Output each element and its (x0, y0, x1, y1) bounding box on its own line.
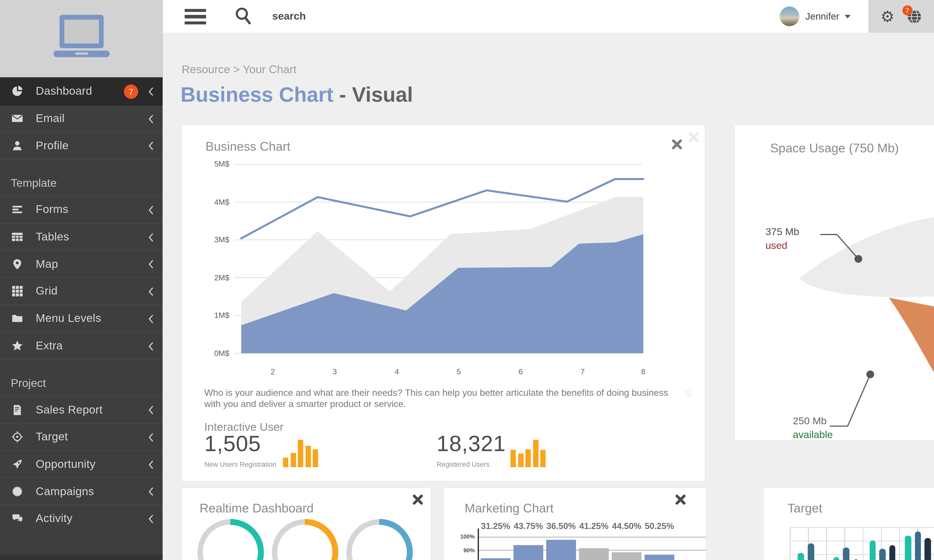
sidebar-item-label: Target (36, 430, 68, 443)
x-axis-tick: 4 (390, 367, 404, 376)
spark-bar (298, 440, 303, 467)
x-axis-tick: 3 (327, 367, 342, 376)
y-axis-tick: 1M$ (198, 311, 230, 320)
gear-icon[interactable]: ⚙ (880, 9, 894, 24)
target-bar (879, 549, 886, 560)
sidebar-item-extra[interactable]: Extra (0, 332, 163, 359)
x-axis-tick: 6 (514, 367, 528, 376)
bar-value-label: 31.25% (479, 521, 513, 531)
page-title: Business Chart - Visual (181, 83, 413, 106)
chevron-left-icon (148, 232, 154, 245)
topbar: Jennifer ⚙ 7 (163, 0, 934, 33)
available-label: 250 Mbavailable (793, 414, 833, 440)
sidebar-item-forms[interactable]: Forms (0, 196, 163, 223)
sidebar-item-label: Dashboard (36, 85, 92, 98)
chat-icon (11, 513, 23, 525)
sidebar-footer-strip (0, 555, 163, 560)
sidebar-item-tables[interactable]: Tables (0, 223, 163, 250)
sidebar-item-label: Map (36, 257, 58, 271)
search-icon[interactable] (234, 6, 252, 26)
stat-value: 18,321 (437, 431, 506, 457)
search-input[interactable] (271, 9, 452, 23)
bar-value-label: 36.50% (544, 521, 578, 531)
pie-slice-available (889, 298, 934, 373)
spark-bar (283, 458, 288, 467)
sidebar-item-dashboard[interactable]: Dashboard7 (0, 77, 163, 105)
chart-description: Who is your audience and what are their … (204, 387, 681, 409)
target-bar (869, 540, 875, 560)
sidebar-item-map[interactable]: Map (0, 250, 163, 278)
rocket-icon (11, 458, 23, 470)
used-label: 375 Mbused (766, 225, 799, 252)
stat-label: New Users Registration (204, 461, 276, 468)
table-icon (11, 231, 23, 243)
sidebar-section-template: Template (0, 159, 163, 196)
user-name: Jennifer (805, 11, 839, 22)
close-icon[interactable] (672, 139, 682, 150)
sidebar-item-label: Profile (36, 139, 69, 152)
globe-icon[interactable]: 7 (906, 9, 922, 24)
x-axis-tick: 8 (636, 367, 650, 376)
realtime-dashboard-card: Realtime Dashboard (182, 488, 431, 560)
sidebar-item-label: Menu Levels (36, 312, 101, 325)
x-axis-tick: 5 (452, 367, 466, 376)
target-bar (925, 538, 931, 560)
y-axis-tick: 2M$ (198, 273, 230, 282)
folder-icon (11, 312, 23, 325)
hamburger-menu-icon[interactable] (185, 9, 206, 24)
sidebar-item-email[interactable]: Email (0, 105, 163, 132)
spark-bar (313, 449, 318, 467)
chevron-left-icon (148, 287, 154, 299)
sidebar-item-target[interactable]: Target (0, 423, 163, 451)
map-pin-icon (11, 258, 23, 270)
space-usage-card: Space Usage (750 Mb) 375 Mbused 250 Mbav… (735, 125, 934, 440)
y-axis-tick: 0M$ (198, 348, 230, 357)
sidebar-badge: 7 (124, 85, 138, 98)
sidebar-item-menu-levels[interactable]: Menu Levels (0, 305, 163, 332)
star-icon (11, 340, 23, 352)
spark-bar (518, 454, 523, 467)
target-bar (889, 545, 895, 560)
chevron-left-icon (148, 114, 154, 126)
grid-icon (11, 285, 23, 297)
chevron-left-icon (148, 460, 154, 472)
marketing-bar (481, 558, 511, 560)
y-axis-tick: 4M$ (198, 197, 230, 206)
target-bar (915, 531, 921, 560)
chevron-left-icon (148, 514, 154, 526)
stat-value: 1,505 (204, 431, 261, 457)
avatar (780, 6, 799, 26)
chevron-left-icon (148, 142, 154, 153)
sidebar-item-campaigns[interactable]: Campaigns (0, 477, 163, 505)
sidebar-item-profile[interactable]: Profile (0, 132, 163, 159)
business-chart-card: Business Chart 5M$4M$3M$2M$1M$0M$2345678… (182, 125, 704, 481)
pie-chart-icon (11, 85, 23, 97)
laptop-icon (49, 14, 114, 64)
bar-value-label: 44.50% (610, 521, 643, 531)
sidebar-item-grid[interactable]: Grid (0, 277, 163, 305)
app-logo[interactable] (0, 0, 163, 77)
card-title: Space Usage (750 Mb) (735, 141, 934, 155)
marketing-bar (579, 548, 609, 560)
marketing-bar (514, 545, 543, 560)
target-bar (798, 552, 804, 560)
y-axis-tick: 100% (452, 533, 475, 540)
chevron-left-icon (148, 341, 154, 353)
sidebar-item-activity[interactable]: Activity (0, 505, 163, 532)
chevron-left-icon (148, 433, 154, 445)
sidebar-item-opportunity[interactable]: Opportunity (0, 450, 163, 477)
chevron-left-icon (148, 487, 154, 499)
chevron-left-icon (148, 405, 154, 417)
sparkbar-chart (511, 440, 549, 467)
target-card: Target (764, 488, 934, 560)
sidebar-item-sales-report[interactable]: Sales Report (0, 396, 163, 423)
sparkbar-chart (283, 440, 321, 467)
badge-ribbon-icon (11, 485, 23, 497)
spark-bar (305, 446, 311, 467)
pie-slice-used (799, 217, 934, 297)
sidebar-item-label: Campaigns (36, 485, 94, 498)
chevron-left-icon (148, 87, 154, 99)
gauge-charts (182, 488, 431, 560)
user-menu[interactable]: Jennifer (780, 0, 851, 33)
close-icon[interactable] (675, 494, 686, 505)
